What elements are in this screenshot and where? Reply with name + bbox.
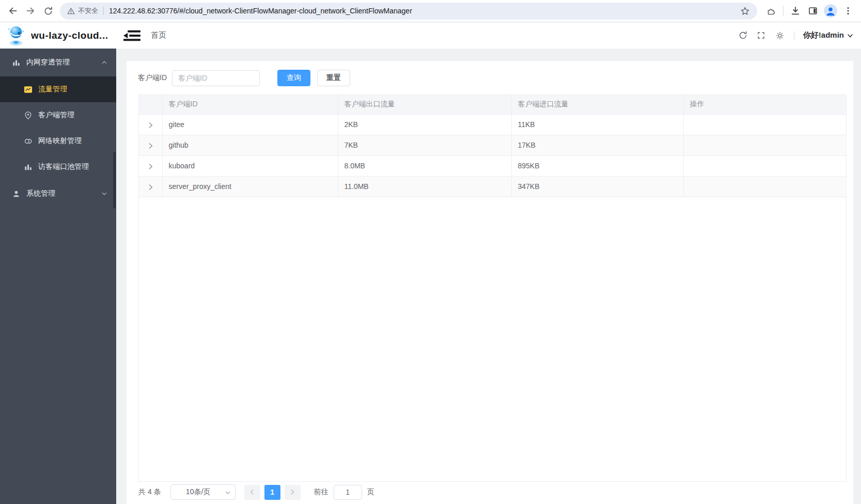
query-button[interactable]: 查询	[277, 70, 310, 86]
url-text[interactable]: 124.222.48.62:30776/#/cloud_network-Clie…	[109, 7, 740, 15]
sidebar-item-label: 访客端口池管理	[38, 162, 89, 171]
chevron-right-icon	[147, 143, 154, 149]
downloads-button[interactable]	[787, 2, 804, 20]
chevron-right-icon	[289, 489, 295, 495]
chevron-right-icon	[147, 163, 154, 170]
brand: wu-lazy-cloud...	[0, 24, 116, 47]
sidebar-item-network-mapping[interactable]: 网络映射管理	[0, 128, 116, 154]
refresh-icon	[738, 30, 748, 40]
forward-button[interactable]	[22, 2, 39, 20]
cell-in-flow: 11KB	[511, 114, 683, 135]
sidebar-scrollbar[interactable]	[113, 152, 116, 209]
chevron-up-icon	[101, 59, 107, 66]
sidebar-group-intranet[interactable]: 内网穿透管理	[0, 49, 116, 76]
cell-client-id: gitee	[162, 114, 338, 135]
sidebar-group-label: 内网穿透管理	[26, 58, 70, 67]
next-page-button[interactable]	[285, 485, 301, 500]
cell-in-flow: 347KB	[511, 176, 683, 197]
bar-chart-icon	[24, 163, 33, 171]
page-size-value: 10条/页	[186, 487, 210, 497]
sidebar-group-label: 系统管理	[26, 189, 55, 198]
breadcrumb[interactable]: 首页	[151, 30, 166, 40]
sidebar-item-label: 流量管理	[38, 85, 67, 94]
cell-actions	[683, 155, 846, 176]
chevron-down-icon	[225, 490, 231, 496]
refresh-button[interactable]	[738, 30, 748, 40]
user-dropdown[interactable]: 你好!admin	[803, 30, 854, 40]
main-content: 客户端ID 查询 重置 客户端ID 客户端出口流量 客户端进口流量 操作	[116, 49, 861, 504]
profile-button[interactable]	[822, 2, 839, 20]
table-row[interactable]: github 7KB 17KB	[139, 135, 846, 155]
cell-actions	[683, 114, 846, 135]
sidebar-group-system[interactable]: 系统管理	[0, 180, 116, 208]
column-header-out-flow: 客户端出口流量	[338, 95, 511, 114]
content-card: 客户端ID 查询 重置 客户端ID 客户端出口流量 客户端进口流量 操作	[127, 61, 853, 504]
browser-toolbar: 不安全 124.222.48.62:30776/#/cloud_network-…	[0, 0, 861, 22]
theme-sun-icon	[775, 31, 785, 40]
header-actions: 你好!admin	[738, 30, 861, 40]
reset-button[interactable]: 重置	[317, 70, 350, 86]
sidebar: 内网穿透管理 流量管理 客户端管理 网络映射管理 访客端口池管理 系统管理	[0, 49, 116, 504]
expand-row-button[interactable]	[147, 163, 154, 170]
bar-chart-icon	[12, 58, 21, 67]
reload-icon	[43, 6, 53, 16]
back-icon	[8, 6, 18, 16]
cell-actions	[683, 176, 846, 197]
column-header-actions: 操作	[683, 95, 846, 114]
trend-chart-icon	[24, 85, 33, 94]
cell-out-flow: 8.0MB	[338, 155, 511, 176]
extensions-icon	[766, 6, 776, 16]
browser-menu-button[interactable]	[839, 2, 857, 20]
expand-column-header	[139, 95, 162, 114]
app-header: wu-lazy-cloud... 首页 你好!admin	[0, 22, 861, 49]
table-row[interactable]: kuboard 8.0MB 895KB	[139, 155, 846, 176]
sidebar-item-clients[interactable]: 客户端管理	[0, 102, 116, 128]
user-icon	[12, 190, 21, 198]
download-icon	[790, 6, 801, 16]
theme-toggle-button[interactable]	[775, 30, 785, 40]
kebab-menu-icon	[843, 6, 853, 15]
location-pin-icon	[24, 111, 33, 120]
bookmark-button[interactable]	[740, 6, 750, 16]
back-button[interactable]	[4, 2, 22, 20]
chevron-right-icon	[147, 184, 154, 191]
page-number-button[interactable]: 1	[264, 485, 280, 500]
page-size-select[interactable]: 10条/页	[170, 484, 236, 500]
filter-bar: 客户端ID 查询 重置	[138, 70, 350, 86]
sidebar-item-port-pool[interactable]: 访客端口池管理	[0, 154, 116, 180]
forward-icon	[25, 6, 36, 16]
prev-page-button[interactable]	[244, 485, 260, 500]
column-header-in-flow: 客户端进口流量	[511, 95, 683, 114]
collapse-sidebar-button[interactable]	[123, 29, 140, 42]
total-count: 共 4 条	[138, 487, 161, 497]
table-header-row: 客户端ID 客户端出口流量 客户端进口流量 操作	[139, 95, 846, 114]
reload-button[interactable]	[39, 2, 57, 20]
robot-logo-icon	[6, 24, 26, 47]
side-panel-button[interactable]	[804, 2, 822, 20]
cell-in-flow: 17KB	[511, 135, 683, 155]
fullscreen-button[interactable]	[757, 30, 766, 40]
url-bar[interactable]: 不安全 124.222.48.62:30776/#/cloud_network-…	[60, 3, 757, 20]
goto-page-input[interactable]	[334, 485, 362, 500]
table-row[interactable]: server_proxy_client 11.0MB 347KB	[139, 176, 846, 197]
cell-out-flow: 11.0MB	[338, 176, 511, 197]
fold-menu-icon	[123, 29, 140, 42]
chevron-right-icon	[147, 122, 154, 129]
cell-actions	[683, 135, 846, 155]
header-divider	[794, 31, 794, 40]
security-label: 不安全	[78, 6, 98, 15]
expand-row-button[interactable]	[147, 143, 154, 149]
table-row[interactable]: gitee 2KB 11KB	[139, 114, 846, 135]
expand-row-button[interactable]	[147, 184, 154, 191]
profile-icon	[824, 4, 837, 18]
sidebar-item-traffic[interactable]: 流量管理	[0, 76, 116, 102]
client-id-input[interactable]	[172, 70, 260, 86]
page-unit-label: 页	[367, 487, 374, 497]
sidebar-item-label: 网络映射管理	[38, 136, 82, 146]
security-chip[interactable]: 不安全	[67, 6, 98, 15]
column-header-client-id: 客户端ID	[162, 95, 338, 114]
expand-row-button[interactable]	[147, 122, 154, 129]
extensions-button[interactable]	[762, 2, 780, 20]
cell-client-id: server_proxy_client	[162, 176, 338, 197]
cell-out-flow: 7KB	[338, 135, 511, 155]
